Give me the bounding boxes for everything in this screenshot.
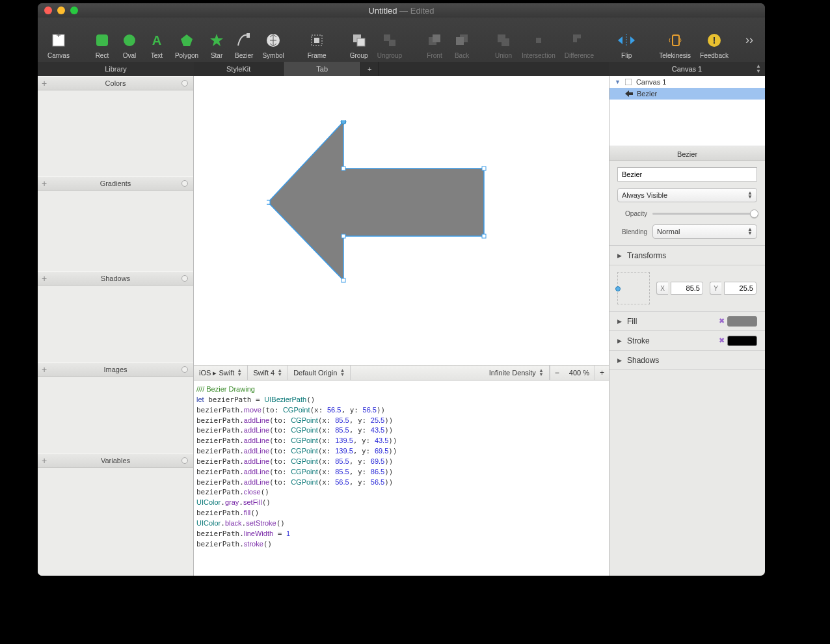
svg-point-4 xyxy=(124,34,135,46)
disclosure-icon[interactable] xyxy=(181,80,188,87)
remove-fill-icon[interactable]: ✖ xyxy=(719,317,725,325)
union-button[interactable]: Union xyxy=(490,20,517,59)
density-select[interactable]: Infinite Density▲▼ xyxy=(484,366,550,380)
front-button[interactable]: Front xyxy=(421,20,448,59)
disclosure-icon[interactable] xyxy=(181,457,188,464)
zoom-in-button[interactable]: + xyxy=(595,366,609,380)
overflow-icon[interactable]: ›› xyxy=(739,33,760,47)
titlebar[interactable]: Untitled — Edited xyxy=(38,3,765,18)
ungroup-button[interactable]: Ungroup xyxy=(373,20,407,59)
svg-rect-32 xyxy=(482,234,486,238)
oval-button[interactable]: Oval xyxy=(116,20,143,59)
frame-button[interactable]: Frame xyxy=(303,20,331,59)
svg-rect-34 xyxy=(341,278,345,282)
library-colors-header[interactable]: +Colors xyxy=(38,76,193,90)
code-view[interactable]: //// Bezier Drawing let bezierPath = UIB… xyxy=(194,381,609,576)
y-input[interactable]: Y xyxy=(710,282,756,295)
zoom-level[interactable]: 400 % xyxy=(564,366,595,380)
svg-rect-24 xyxy=(673,35,679,46)
shadows-section[interactable]: ▶Shadows xyxy=(609,351,765,370)
arrow-left-icon xyxy=(625,90,633,98)
text-button[interactable]: AText xyxy=(143,20,170,59)
canvas-area[interactable] xyxy=(194,76,609,365)
canvas-selector-label: Canvas 1 xyxy=(672,65,702,73)
library-panel: +Colors +Gradients +Shadows +Images +Var… xyxy=(38,76,194,576)
library-tab[interactable]: Library xyxy=(38,62,194,76)
bezier-shape[interactable] xyxy=(267,120,488,289)
plus-icon[interactable]: + xyxy=(42,273,47,284)
plus-icon[interactable]: + xyxy=(42,178,47,189)
disclosure-icon[interactable] xyxy=(181,180,188,187)
group-button[interactable]: Group xyxy=(345,20,373,59)
bezier-button[interactable]: Bezier xyxy=(230,20,258,59)
platform-select[interactable]: iOS ▸ Swift▲▼ xyxy=(194,366,248,380)
svg-rect-8 xyxy=(247,33,250,38)
add-tab-icon[interactable]: + xyxy=(361,62,379,76)
stroke-section[interactable]: ▶Stroke ✖ xyxy=(609,331,765,351)
remove-stroke-icon[interactable]: ✖ xyxy=(719,336,725,345)
canvas-selector[interactable]: Canvas 1 ▲▼ xyxy=(609,62,765,76)
svg-rect-33 xyxy=(341,234,345,238)
code-toolbar: iOS ▸ Swift▲▼ Swift 4▲▼ Default Origin▲▼… xyxy=(194,365,609,381)
zoom-out-button[interactable]: − xyxy=(550,366,564,380)
svg-rect-13 xyxy=(357,38,365,46)
library-images-body xyxy=(38,377,193,453)
chevron-right-icon: ▶ xyxy=(617,252,622,259)
inspector-panel: ▼ Canvas 1 Bezier Bezier Always Visible▲… xyxy=(609,76,765,576)
title-text: Untitled xyxy=(368,6,397,16)
blending-label: Blending xyxy=(617,228,647,235)
back-button[interactable]: Back xyxy=(448,20,475,59)
canvas-button[interactable]: Canvas xyxy=(43,20,74,59)
difference-button[interactable]: Difference xyxy=(560,20,598,59)
svg-rect-35 xyxy=(267,200,270,204)
opacity-label: Opacity xyxy=(617,210,647,217)
tab-stylekit[interactable]: StyleKit xyxy=(194,62,284,76)
star-button[interactable]: Star xyxy=(203,20,230,59)
library-shadows-body xyxy=(38,286,193,362)
blending-select[interactable]: Normal▲▼ xyxy=(652,224,757,239)
tab-tab[interactable]: Tab xyxy=(284,62,361,76)
lang-select[interactable]: Swift 4▲▼ xyxy=(248,366,288,380)
svg-marker-27 xyxy=(268,122,484,280)
disclosure-icon[interactable] xyxy=(181,366,188,373)
intersection-button[interactable]: Intersection xyxy=(517,20,560,59)
svg-marker-7 xyxy=(210,34,223,46)
fill-swatch[interactable] xyxy=(727,316,757,327)
object-name-input[interactable] xyxy=(617,167,757,181)
plus-icon[interactable]: + xyxy=(42,364,47,375)
library-gradients-header[interactable]: +Gradients xyxy=(38,176,193,191)
svg-rect-30 xyxy=(341,167,345,170)
visibility-select[interactable]: Always Visible▲▼ xyxy=(617,188,757,202)
outline-bezier-label: Bezier xyxy=(637,90,657,98)
disclosure-icon[interactable] xyxy=(181,275,188,282)
library-images-header[interactable]: +Images xyxy=(38,362,193,377)
center-panel: iOS ▸ Swift▲▼ Swift 4▲▼ Default Origin▲▼… xyxy=(194,76,609,576)
symbol-button[interactable]: Symbol xyxy=(258,20,288,59)
chevron-right-icon: ▶ xyxy=(617,357,622,364)
polygon-button[interactable]: Polygon xyxy=(170,20,203,59)
stroke-swatch[interactable] xyxy=(727,336,757,346)
origin-select[interactable]: Default Origin▲▼ xyxy=(288,366,351,380)
feedback-button[interactable]: !Feedback xyxy=(695,20,733,59)
opacity-slider[interactable] xyxy=(652,209,757,218)
plus-icon[interactable]: + xyxy=(42,455,47,466)
outline-canvas-row[interactable]: ▼ Canvas 1 xyxy=(609,76,765,88)
edited-indicator: — Edited xyxy=(397,6,434,16)
svg-rect-19 xyxy=(456,37,464,45)
inspector-header: Bezier xyxy=(609,146,765,161)
anchor-control[interactable] xyxy=(617,272,650,304)
telekinesis-button[interactable]: Telekinesis xyxy=(654,20,695,59)
chevron-updown-icon: ▲▼ xyxy=(756,64,761,74)
outline-bezier-row[interactable]: Bezier xyxy=(609,88,765,100)
x-input[interactable]: X xyxy=(656,282,703,295)
plus-icon[interactable]: + xyxy=(42,78,47,88)
flip-button[interactable]: Flip xyxy=(613,20,640,59)
library-variables-header[interactable]: +Variables xyxy=(38,453,193,468)
transforms-section[interactable]: ▶Transforms xyxy=(609,246,765,265)
toolbar: Canvas Rect Oval AText Polygon Star Bezi… xyxy=(38,18,765,62)
rect-button[interactable]: Rect xyxy=(88,20,116,59)
svg-marker-6 xyxy=(181,34,193,46)
library-shadows-header[interactable]: +Shadows xyxy=(38,271,193,286)
fill-section[interactable]: ▶Fill ✖ xyxy=(609,312,765,331)
disclosure-triangle-icon[interactable]: ▼ xyxy=(615,79,621,85)
